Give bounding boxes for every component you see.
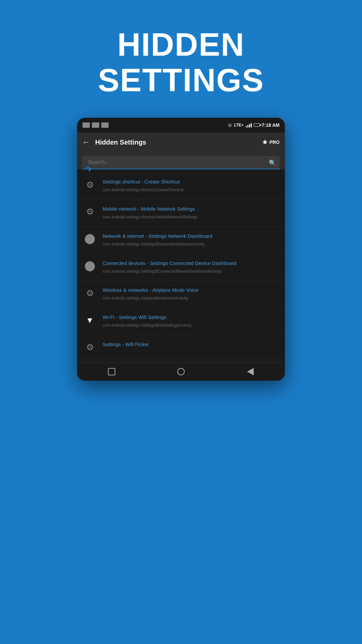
app-title: Hidden Settings <box>95 139 257 146</box>
item-content: Connected devices - Settings Connected D… <box>103 260 278 274</box>
notification-icon-1 <box>82 122 90 128</box>
list-item[interactable]: Network & internet - Settings Network Da… <box>77 226 285 254</box>
hero-title: HIDDEN SETTINGS <box>98 27 264 98</box>
search-icon: 🔍 <box>269 159 276 167</box>
item-content: Settings shortcut - Create Shortcut com.… <box>103 178 278 193</box>
item-subtitle: com.android.settings.shortcut.MobileNetw… <box>103 215 197 219</box>
item-content: Wi-Fi - Settings Wifi Settings com.andro… <box>103 314 278 328</box>
item-content: Network & internet - Settings Network Da… <box>103 232 278 247</box>
list-item[interactable]: ⚙ Wireless & networks - Airplane Mode Vo… <box>77 280 285 308</box>
circle-icon <box>84 260 96 272</box>
list-item[interactable]: ▼ Wi-Fi - Settings Wifi Settings com.and… <box>77 308 285 335</box>
search-input[interactable] <box>82 156 280 169</box>
nav-recents-button[interactable] <box>107 367 116 376</box>
list-item[interactable]: ⚙ Settings - Wifi Picker <box>77 335 285 360</box>
star-icon: ★ <box>262 139 267 146</box>
nav-back-button[interactable] <box>246 367 255 376</box>
status-icons-right: ⊙ LTE+ 7:18 AM <box>228 122 280 128</box>
item-subtitle: com.android.settings.Settings$NetworkDas… <box>103 242 205 247</box>
status-bar: ⊙ LTE+ 7:18 AM <box>77 118 285 132</box>
item-title: Wi-Fi - Settings Wifi Settings <box>103 314 278 321</box>
network-label: LTE+ <box>234 123 244 127</box>
pro-button[interactable]: ★ PRO <box>262 139 280 146</box>
notification-icon-3 <box>101 122 109 128</box>
search-container: 🔍 <box>77 152 285 169</box>
signal-icon <box>246 123 252 127</box>
battery-icon <box>254 123 260 127</box>
status-time: 7:18 AM <box>262 122 280 128</box>
list-item[interactable]: ⚙ Settings shortcut - Create Shortcut co… <box>77 172 285 199</box>
back-icon <box>247 368 254 375</box>
gear-icon: ⚙ <box>84 206 96 218</box>
list-item[interactable]: Connected devices - Settings Connected D… <box>77 254 285 281</box>
item-title: Settings shortcut - Create Shortcut <box>103 178 278 185</box>
wifi-icon: ▼ <box>84 314 96 326</box>
settings-list: ⚙ Settings shortcut - Create Shortcut co… <box>77 169 285 363</box>
item-title: Mobile network - Mobile Network Settings <box>103 205 278 212</box>
recents-icon <box>108 368 115 375</box>
item-content: Settings - Wifi Picker <box>103 341 278 349</box>
home-icon <box>177 368 185 375</box>
bottom-nav <box>77 363 285 381</box>
phone-mockup: ⊙ LTE+ 7:18 AM ← Hidden Settings ★ PRO 🔍… <box>77 118 285 381</box>
wifi-status-icon: ⊙ <box>228 122 232 128</box>
item-subtitle: com.android.settings.Settings$ConnectedD… <box>103 269 222 274</box>
item-title: Wireless & networks - Airplane Mode Voic… <box>103 286 278 293</box>
item-title: Settings - Wifi Picker <box>103 341 278 348</box>
item-content: Wireless & networks - Airplane Mode Voic… <box>103 286 278 301</box>
item-subtitle: com.android.settings.shortcut.CreateShor… <box>103 187 183 192</box>
gear-icon: ⚙ <box>84 341 96 354</box>
gear-icon: ⚙ <box>84 287 96 299</box>
pro-label: PRO <box>269 140 280 145</box>
status-icons-left <box>82 122 109 128</box>
item-title: Network & internet - Settings Network Da… <box>103 232 278 239</box>
item-subtitle: com.android.settings.AirplaneModeVoiceAc… <box>103 296 188 301</box>
item-title: Connected devices - Settings Connected D… <box>103 260 278 267</box>
nav-home-button[interactable] <box>177 367 185 376</box>
app-bar: ← Hidden Settings ★ PRO <box>77 132 285 152</box>
list-item[interactable]: ⚙ Mobile network - Mobile Network Settin… <box>77 199 285 226</box>
circle-icon <box>84 233 96 245</box>
gear-icon: ⚙ <box>84 179 96 191</box>
item-content: Mobile network - Mobile Network Settings… <box>103 205 278 220</box>
item-subtitle: com.android.settings.Settings$WifiSettin… <box>103 323 191 328</box>
back-button[interactable]: ← <box>82 138 90 147</box>
notification-icon-2 <box>92 122 99 128</box>
